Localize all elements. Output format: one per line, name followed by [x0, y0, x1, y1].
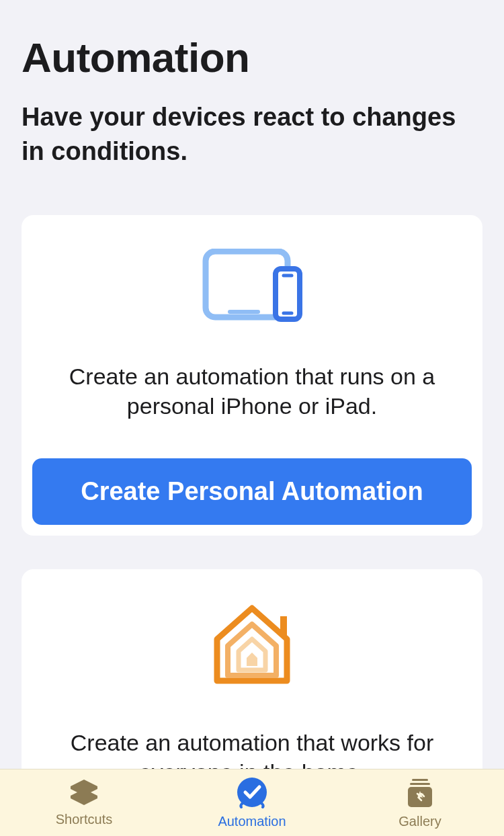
svg-rect-8 — [410, 783, 430, 785]
home-automation-card: Create an automation that works for ever… — [22, 569, 482, 769]
devices-icon — [32, 249, 472, 323]
personal-card-description: Create an automation that runs on a pers… — [32, 362, 472, 421]
gallery-icon — [404, 776, 436, 811]
automation-icon — [236, 776, 268, 811]
tab-bar: Shortcuts Automation Gallery — [0, 769, 504, 836]
page-subtitle: Have your devices react to changes in co… — [22, 100, 482, 169]
tab-automation-label: Automation — [218, 814, 286, 829]
personal-automation-card: Create an automation that runs on a pers… — [22, 215, 482, 536]
svg-rect-5 — [280, 616, 287, 636]
tab-shortcuts[interactable]: Shortcuts — [0, 778, 168, 827]
tab-shortcuts-label: Shortcuts — [56, 812, 112, 827]
tab-gallery[interactable]: Gallery — [336, 776, 504, 829]
tab-automation[interactable]: Automation — [168, 776, 336, 829]
home-card-description: Create an automation that works for ever… — [32, 728, 472, 769]
shortcuts-icon — [68, 778, 100, 809]
create-personal-automation-button[interactable]: Create Personal Automation — [32, 458, 472, 525]
home-icon — [32, 603, 472, 689]
tab-gallery-label: Gallery — [398, 814, 441, 829]
page-title: Automation — [22, 34, 482, 81]
svg-rect-7 — [412, 779, 428, 781]
